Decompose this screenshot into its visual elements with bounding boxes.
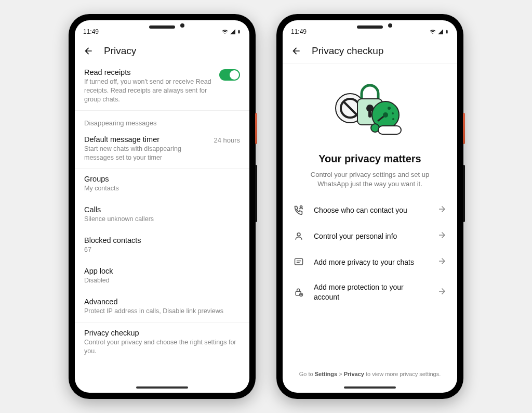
setting-advanced[interactable]: Advanced Protect IP address in calls, Di… bbox=[75, 291, 249, 322]
section-disappearing: Disappearing messages bbox=[75, 111, 249, 129]
phone-person-icon bbox=[293, 204, 304, 216]
applock-sub: Disabled bbox=[84, 276, 240, 285]
arrow-back-icon bbox=[291, 46, 301, 56]
setting-applock[interactable]: App lock Disabled bbox=[75, 261, 249, 291]
arrow-right-icon bbox=[437, 230, 447, 242]
status-time: 11:49 bbox=[291, 28, 307, 35]
svg-point-8 bbox=[392, 112, 394, 114]
applock-title: App lock bbox=[84, 267, 240, 275]
status-time: 11:49 bbox=[83, 28, 99, 35]
svg-rect-5 bbox=[368, 110, 371, 118]
nav-handle bbox=[344, 386, 396, 389]
blocked-title: Blocked contacts bbox=[84, 236, 240, 244]
footer-privacy: Privacy bbox=[344, 371, 364, 377]
nav-handle bbox=[136, 386, 188, 389]
advanced-title: Advanced bbox=[84, 298, 240, 306]
arrow-back-icon bbox=[83, 46, 94, 56]
back-button[interactable] bbox=[291, 46, 301, 56]
setting-privacy-checkup[interactable]: Privacy checkup Control your privacy and… bbox=[75, 322, 249, 362]
setting-blocked[interactable]: Blocked contacts 67 bbox=[75, 230, 249, 261]
power-button bbox=[463, 113, 465, 144]
person-icon bbox=[293, 230, 304, 242]
footer-settings: Settings bbox=[315, 371, 337, 377]
arrow-right-icon bbox=[437, 256, 447, 268]
signal-icon bbox=[437, 29, 444, 35]
volume-button bbox=[463, 165, 465, 222]
setting-read-receipts[interactable]: Read receipts If turned off, you won't s… bbox=[75, 63, 249, 110]
chat-icon bbox=[293, 256, 304, 268]
groups-sub: My contacts bbox=[84, 184, 240, 193]
option-chats-label: Add more privacy to your chats bbox=[314, 257, 428, 267]
svg-rect-13 bbox=[378, 126, 401, 134]
volume-button bbox=[255, 165, 257, 222]
status-icons bbox=[429, 28, 449, 35]
advanced-sub: Protect IP address in calls, Disable lin… bbox=[84, 307, 240, 316]
privacy-illustration bbox=[328, 76, 411, 144]
groups-title: Groups bbox=[84, 175, 240, 183]
svg-rect-16 bbox=[295, 259, 303, 265]
timer-value: 24 hours bbox=[214, 136, 240, 144]
option-info-label: Control your personal info bbox=[314, 231, 428, 241]
calls-sub: Silence unknown callers bbox=[84, 215, 240, 224]
read-receipts-toggle[interactable] bbox=[219, 69, 240, 81]
arrow-right-icon bbox=[437, 287, 447, 298]
lock-add-icon bbox=[293, 287, 304, 298]
svg-point-7 bbox=[388, 107, 391, 110]
hero-title: Your privacy matters bbox=[298, 153, 442, 165]
timer-sub: Start new chats with disappearing messag… bbox=[84, 145, 207, 162]
footer-suffix: to view more privacy settings. bbox=[364, 371, 441, 377]
phone-privacy-settings: 11:49 Privacy Read receipts If turned of… bbox=[69, 14, 256, 399]
wifi-icon bbox=[221, 29, 229, 35]
option-account-protection[interactable]: Add more protection to your account bbox=[283, 275, 457, 308]
status-bar: 11:49 bbox=[75, 23, 249, 40]
wifi-icon bbox=[429, 29, 436, 35]
battery-icon bbox=[445, 28, 449, 35]
status-icons bbox=[221, 28, 241, 35]
power-button bbox=[255, 113, 257, 144]
svg-point-9 bbox=[392, 118, 394, 120]
signal-icon bbox=[230, 29, 236, 35]
timer-title: Default message timer bbox=[84, 135, 207, 144]
option-contact[interactable]: Choose who can contact you bbox=[283, 197, 457, 223]
app-bar: Privacy checkup bbox=[283, 40, 457, 63]
phone-privacy-checkup: 11:49 Privacy checkup bbox=[276, 14, 463, 399]
footer-sep: > bbox=[337, 371, 344, 377]
svg-point-11 bbox=[383, 112, 388, 118]
read-receipts-title: Read receipts bbox=[84, 68, 213, 76]
read-receipts-sub: If turned off, you won't send or receive… bbox=[84, 78, 213, 104]
footer-prefix: Go to bbox=[299, 371, 315, 377]
page-title: Privacy checkup bbox=[312, 45, 383, 57]
option-contact-label: Choose who can contact you bbox=[314, 205, 428, 215]
calls-title: Calls bbox=[84, 205, 240, 214]
app-bar: Privacy bbox=[75, 40, 249, 63]
status-bar: 11:49 bbox=[283, 23, 457, 40]
back-button[interactable] bbox=[83, 46, 94, 56]
page-title: Privacy bbox=[104, 45, 136, 57]
setting-default-timer[interactable]: Default message timer Start new chats wi… bbox=[75, 129, 249, 169]
setting-groups[interactable]: Groups My contacts bbox=[75, 169, 249, 199]
battery-icon bbox=[237, 28, 241, 35]
checkup-title: Privacy checkup bbox=[84, 329, 240, 337]
blocked-sub: 67 bbox=[84, 246, 240, 254]
checkup-sub: Control your privacy and choose the righ… bbox=[84, 338, 240, 356]
arrow-right-icon bbox=[437, 204, 447, 216]
svg-point-15 bbox=[297, 233, 300, 236]
checkup-hero: Your privacy matters Control your privac… bbox=[283, 63, 457, 197]
option-personal-info[interactable]: Control your personal info bbox=[283, 223, 457, 249]
option-account-label: Add more protection to your account bbox=[314, 282, 428, 301]
option-chat-privacy[interactable]: Add more privacy to your chats bbox=[283, 249, 457, 275]
setting-calls[interactable]: Calls Silence unknown callers bbox=[75, 199, 249, 230]
hero-subtitle: Control your privacy settings and set up… bbox=[298, 170, 442, 189]
